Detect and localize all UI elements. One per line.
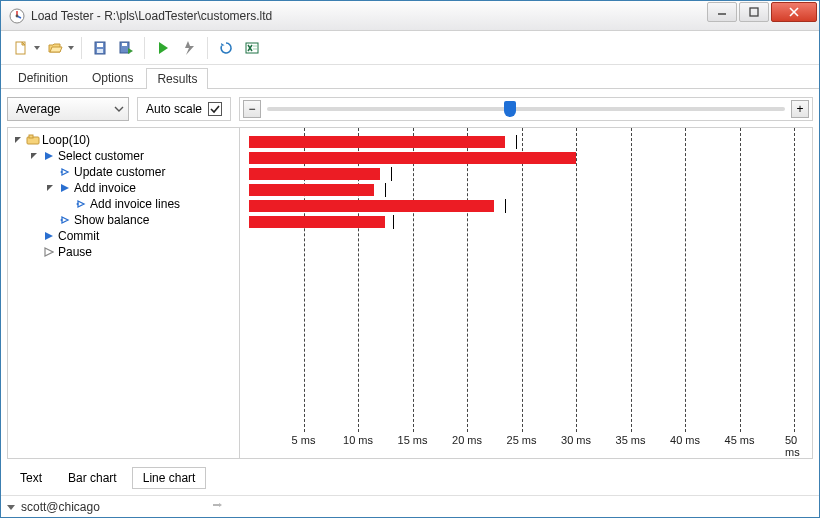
zoom-slider[interactable]	[267, 107, 785, 111]
excel-export-button[interactable]	[240, 36, 264, 60]
tab-results[interactable]: Results	[146, 68, 208, 89]
bar	[249, 184, 374, 196]
save-run-button[interactable]	[114, 36, 138, 60]
bar-row	[249, 230, 812, 246]
tab-bar-chart[interactable]: Bar chart	[57, 467, 128, 489]
x-tick-label: 10 ms	[343, 434, 373, 446]
play-small-icon	[74, 197, 88, 211]
tree-node-pause[interactable]: Pause	[28, 244, 237, 260]
aggregate-label: Average	[16, 102, 60, 116]
play-icon	[42, 149, 56, 163]
chart-pane: 5 ms10 ms15 ms20 ms25 ms30 ms35 ms40 ms4…	[240, 128, 812, 458]
tree-node-addlines[interactable]: Add invoice lines	[60, 196, 237, 212]
close-button[interactable]	[771, 2, 817, 22]
tree-node-select[interactable]: Select customer	[28, 148, 237, 164]
top-tabs: Definition Options Results	[1, 65, 819, 89]
expander-open-icon[interactable]	[44, 182, 56, 194]
flash-run-button[interactable]	[177, 36, 201, 60]
save-button[interactable]	[88, 36, 112, 60]
zoom-handle[interactable]	[504, 101, 516, 117]
x-tick-label: 50 ms	[785, 434, 803, 458]
tree-label: Add invoice	[74, 181, 136, 195]
x-tick-label: 40 ms	[670, 434, 700, 446]
tree-node-commit[interactable]: Commit	[28, 228, 237, 244]
x-tick-label: 45 ms	[725, 434, 755, 446]
tree-node-showbal[interactable]: Show balance	[44, 212, 237, 228]
tree-node-addinv[interactable]: Add invoice	[44, 180, 237, 196]
refresh-button[interactable]	[214, 36, 238, 60]
bar-row	[249, 198, 812, 214]
svg-rect-9	[97, 49, 103, 53]
tree-label: Show balance	[74, 213, 149, 227]
open-dropdown[interactable]	[67, 46, 75, 50]
results-body: Average Auto scale − +	[1, 89, 819, 495]
expander-open-icon[interactable]	[28, 150, 40, 162]
bar-marker	[505, 199, 506, 213]
chevron-down-icon[interactable]	[7, 500, 15, 514]
play-small-icon	[58, 213, 72, 227]
aggregate-combo[interactable]: Average	[7, 97, 129, 121]
chart-x-labels: 5 ms10 ms15 ms20 ms25 ms30 ms35 ms40 ms4…	[240, 434, 812, 452]
svg-rect-11	[122, 43, 127, 46]
bottom-tabs: Text Bar chart Line chart	[7, 463, 813, 493]
bar-marker	[385, 183, 386, 197]
minimize-button[interactable]	[707, 2, 737, 22]
tree-node-loop[interactable]: Loop(10)	[12, 132, 237, 148]
tab-line-chart[interactable]: Line chart	[132, 467, 207, 489]
bar	[249, 152, 576, 164]
bar-marker	[393, 215, 394, 229]
main-split: Loop(10) Select customer	[7, 127, 813, 459]
status-user: scott@chicago	[21, 500, 100, 514]
bar-row	[249, 166, 812, 182]
svg-rect-14	[253, 48, 257, 50]
play-icon	[42, 229, 56, 243]
svg-rect-8	[97, 43, 103, 47]
play-outline-icon	[42, 245, 56, 259]
svg-rect-13	[253, 45, 257, 47]
svg-rect-3	[750, 8, 758, 16]
titlebar: Load Tester - R:\pls\LoadTester\customer…	[1, 1, 819, 31]
maximize-button[interactable]	[739, 2, 769, 22]
bar-row	[249, 150, 812, 166]
run-button[interactable]	[151, 36, 175, 60]
chevron-down-icon	[114, 106, 124, 112]
open-button[interactable]	[43, 36, 67, 60]
x-tick-label: 20 ms	[452, 434, 482, 446]
play-icon	[58, 181, 72, 195]
tree-label: Update customer	[74, 165, 165, 179]
window-title: Load Tester - R:\pls\LoadTester\customer…	[31, 9, 707, 23]
step-tree: Loop(10) Select customer	[10, 132, 237, 260]
tree-node-update[interactable]: Update customer	[44, 164, 237, 180]
pin-icon[interactable]	[211, 499, 223, 514]
autoscale-toggle[interactable]: Auto scale	[137, 97, 231, 121]
bar-marker	[516, 135, 517, 149]
zoom-slider-wrap: − +	[239, 97, 813, 121]
tab-text[interactable]: Text	[9, 467, 53, 489]
tree-label: Add invoice lines	[90, 197, 180, 211]
tab-definition[interactable]: Definition	[7, 67, 79, 88]
x-tick-label: 35 ms	[616, 434, 646, 446]
toolbar	[1, 31, 819, 65]
svg-rect-16	[29, 135, 33, 138]
x-tick-label: 5 ms	[292, 434, 316, 446]
zoom-out-button[interactable]: −	[243, 100, 261, 118]
app-icon	[9, 8, 25, 24]
bar-row	[249, 182, 812, 198]
x-tick-label: 30 ms	[561, 434, 591, 446]
tree-label: Commit	[58, 229, 99, 243]
tab-options[interactable]: Options	[81, 67, 144, 88]
bar	[249, 200, 494, 212]
svg-point-19	[61, 219, 63, 221]
svg-point-1	[16, 14, 19, 17]
new-button[interactable]	[9, 36, 33, 60]
expander-open-icon[interactable]	[12, 134, 24, 146]
window-buttons	[707, 1, 819, 30]
new-dropdown[interactable]	[33, 46, 41, 50]
bar	[249, 216, 385, 228]
app-window: Load Tester - R:\pls\LoadTester\customer…	[0, 0, 820, 518]
svg-point-17	[61, 171, 63, 173]
check-icon	[208, 102, 222, 116]
tree-pane: Loop(10) Select customer	[8, 128, 240, 458]
x-tick-label: 25 ms	[507, 434, 537, 446]
zoom-in-button[interactable]: +	[791, 100, 809, 118]
